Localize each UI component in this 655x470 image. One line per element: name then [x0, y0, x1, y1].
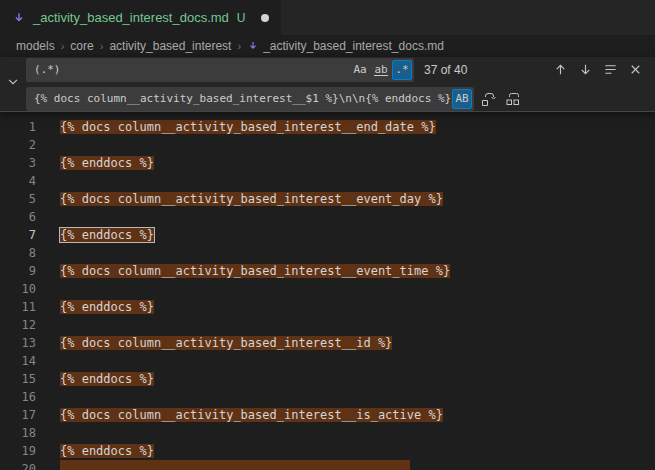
line-text: {% enddocs %} — [60, 300, 154, 314]
find-widget: (.*) Aa ab .* 37 of 40 — [0, 57, 655, 112]
tab-bar: _activity_based_interest_docs.md U — [0, 0, 655, 35]
code-line[interactable]: 9 {% docs column__activity_based_interes… — [0, 262, 655, 280]
find-in-selection-button[interactable] — [599, 58, 622, 81]
line-number: 12 — [0, 316, 36, 334]
line-text: {% docs column__activity_based_interest_… — [60, 192, 443, 206]
breadcrumb: models › core › activity_based_interest … — [0, 35, 655, 57]
breadcrumb-core[interactable]: core — [70, 39, 93, 53]
line-number: 15 — [0, 370, 36, 388]
find-input[interactable]: (.*) Aa ab .* — [26, 58, 414, 82]
line-number: 20 — [0, 460, 36, 470]
code-line[interactable]: 13 {% docs column__activity_based_intere… — [0, 334, 655, 352]
code-area[interactable]: 1 {% docs column__activity_based_interes… — [0, 118, 655, 470]
line-number: 10 — [0, 280, 36, 298]
editor-tab[interactable]: _activity_based_interest_docs.md U — [0, 0, 281, 35]
breadcrumb-activity-based-interest[interactable]: activity_based_interest — [109, 39, 231, 53]
line-text: {% enddocs %} — [60, 156, 154, 170]
code-line[interactable]: 1 {% docs column__activity_based_interes… — [0, 118, 655, 136]
line-text: {% docs column__activity_based_interest_… — [60, 120, 436, 134]
breadcrumb-filename: _activity_based_interest_docs.md — [263, 39, 444, 53]
code-line[interactable]: 10 — [0, 280, 655, 298]
line-number: 13 — [0, 334, 36, 352]
find-value: (.*) — [34, 63, 349, 76]
replace-button[interactable] — [476, 87, 499, 110]
code-line[interactable]: 20 — [0, 460, 655, 470]
code-line[interactable]: 18 — [0, 424, 655, 442]
code-line[interactable]: 3 {% enddocs %} — [0, 154, 655, 172]
code-line[interactable]: 7 {% enddocs %} — [0, 226, 655, 244]
line-text: {% enddocs %} — [60, 372, 154, 386]
chevron-right-icon: › — [237, 40, 241, 52]
line-number: 16 — [0, 388, 36, 406]
line-number: 6 — [0, 208, 36, 226]
whole-word-toggle[interactable]: ab — [371, 60, 391, 80]
line-number: 19 — [0, 442, 36, 460]
tab-filename: _activity_based_interest_docs.md — [33, 10, 229, 25]
line-number: 5 — [0, 190, 36, 208]
line-text — [60, 460, 410, 470]
editor-pane: (.*) Aa ab .* 37 of 40 — [0, 57, 655, 470]
toggle-replace-button[interactable] — [0, 57, 26, 111]
preserve-case-toggle[interactable]: AB — [452, 89, 472, 109]
line-number: 3 — [0, 154, 36, 172]
next-match-button[interactable] — [574, 58, 597, 81]
line-number: 17 — [0, 406, 36, 424]
line-text: {% enddocs %} — [60, 228, 154, 242]
regex-toggle[interactable]: .* — [392, 60, 412, 80]
code-line[interactable]: 16 — [0, 388, 655, 406]
close-find-button[interactable] — [624, 58, 647, 81]
code-line[interactable]: 15 {% enddocs %} — [0, 370, 655, 388]
code-line[interactable]: 6 — [0, 208, 655, 226]
code-line[interactable]: 8 — [0, 244, 655, 262]
line-number: 1 — [0, 118, 36, 136]
markdown-file-icon — [12, 11, 26, 25]
line-text: {% docs column__activity_based_interest_… — [60, 408, 443, 422]
code-line[interactable]: 11 {% enddocs %} — [0, 298, 655, 316]
replace-input[interactable]: {% docs column__activity_based_interest_… — [26, 87, 474, 111]
line-number: 7 — [0, 226, 36, 244]
code-line[interactable]: 19 {% enddocs %} — [0, 442, 655, 460]
chevron-right-icon: › — [61, 40, 65, 52]
breadcrumb-models[interactable]: models — [16, 39, 55, 53]
line-text: {% docs column__activity_based_interest_… — [60, 264, 450, 278]
line-number: 4 — [0, 172, 36, 190]
line-number: 11 — [0, 298, 36, 316]
line-number: 2 — [0, 136, 36, 154]
match-case-toggle[interactable]: Aa — [350, 60, 370, 80]
line-text: {% enddocs %} — [60, 444, 154, 458]
code-line[interactable]: 12 — [0, 316, 655, 334]
chevron-down-icon — [6, 75, 20, 93]
git-status-badge: U — [237, 11, 246, 25]
code-line[interactable]: 5 {% docs column__activity_based_interes… — [0, 190, 655, 208]
code-line[interactable]: 17 {% docs column__activity_based_intere… — [0, 406, 655, 424]
line-number: 8 — [0, 244, 36, 262]
line-number: 14 — [0, 352, 36, 370]
previous-match-button[interactable] — [549, 58, 572, 81]
markdown-file-icon — [247, 40, 259, 52]
unsaved-changes-dot[interactable] — [261, 14, 269, 22]
code-line[interactable]: 4 — [0, 172, 655, 190]
line-number: 18 — [0, 424, 36, 442]
replace-all-button[interactable] — [501, 87, 524, 110]
results-count: 37 of 40 — [424, 63, 467, 77]
replace-value: {% docs column__activity_based_interest_… — [34, 92, 451, 105]
line-number: 9 — [0, 262, 36, 280]
line-text: {% docs column__activity_based_interest_… — [60, 336, 392, 350]
breadcrumb-file[interactable]: _activity_based_interest_docs.md — [247, 39, 444, 53]
chevron-right-icon: › — [100, 40, 104, 52]
code-line[interactable]: 14 — [0, 352, 655, 370]
code-line[interactable]: 2 — [0, 136, 655, 154]
